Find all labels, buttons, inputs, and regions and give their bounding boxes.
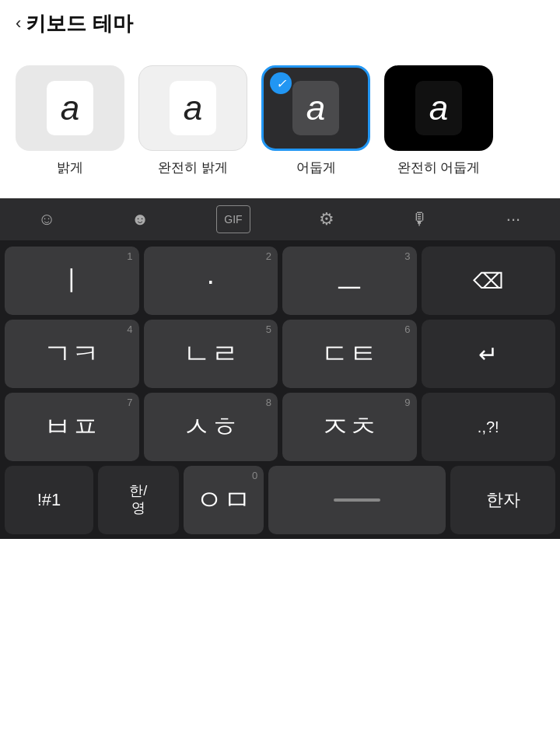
key-dash[interactable]: 3 ㅡ	[282, 247, 417, 315]
key-enter[interactable]: ↵	[422, 320, 556, 388]
key-ss-label: ㅅㅎ	[183, 408, 239, 446]
key-hanja[interactable]: 한자	[450, 466, 555, 534]
key-row-1: 1 ㅣ 2 · 3 ㅡ ⌫	[5, 247, 555, 315]
key-bp-label: ㅂㅍ	[44, 408, 100, 446]
key-vowel-label: ㅇㅁ	[195, 481, 251, 519]
delete-icon: ⌫	[473, 268, 504, 294]
keys-area: 1 ㅣ 2 · 3 ㅡ ⌫ 4 ㄱㅋ 5 ㄴㄹ	[0, 240, 560, 539]
enter-icon: ↵	[478, 341, 498, 368]
key-dot-label: ·	[207, 264, 215, 297]
space-icon	[334, 498, 380, 502]
theme-key-light: a	[47, 81, 93, 135]
emoji-icon[interactable]: ☺	[30, 205, 64, 233]
theme-preview-dark: ✓ a	[261, 65, 370, 151]
key-de[interactable]: 6 ㄷㅌ	[282, 320, 417, 388]
key-zch-num: 9	[404, 397, 410, 408]
key-pipe-num: 1	[127, 250, 132, 262]
theme-dark[interactable]: ✓ a 어둡게	[261, 65, 370, 177]
more-icon[interactable]: ···	[496, 205, 530, 233]
key-gk-num: 4	[127, 324, 132, 335]
key-sym[interactable]: !#1	[5, 466, 93, 534]
key-dash-label: ㅡ	[335, 262, 363, 300]
theme-full-dark[interactable]: a 완전히 어둡게	[384, 65, 493, 177]
key-nr-label: ㄴㄹ	[183, 335, 239, 373]
theme-key-full-light: a	[170, 81, 216, 135]
theme-light[interactable]: a 밝게	[16, 65, 124, 177]
key-delete[interactable]: ⌫	[422, 247, 556, 315]
key-dot[interactable]: 2 ·	[144, 247, 278, 315]
gif-icon[interactable]: GIF	[216, 205, 250, 233]
key-nr-num: 5	[266, 324, 271, 335]
voice-icon[interactable]: 🎙	[403, 205, 437, 233]
theme-key-dark: a	[292, 81, 339, 135]
key-vowel[interactable]: 0 ㅇㅁ	[184, 466, 264, 534]
theme-label-dark: 어둡게	[296, 159, 336, 177]
key-de-label: ㄷㅌ	[321, 335, 377, 373]
key-sym-label: !#1	[37, 490, 61, 510]
key-gk-label: ㄱㅋ	[44, 335, 100, 373]
settings-icon[interactable]: ⚙	[310, 205, 344, 233]
key-vowel-num: 0	[252, 470, 257, 481]
key-dash-num: 3	[404, 250, 410, 262]
theme-preview-full-light: a	[138, 65, 247, 151]
page-title: 키보드 테마	[26, 10, 132, 37]
key-row-3: 7 ㅂㅍ 8 ㅅㅎ 9 ㅈㅊ .,?!	[5, 393, 555, 461]
key-row-2: 4 ㄱㅋ 5 ㄴㄹ 6 ㄷㅌ ↵	[5, 320, 555, 388]
key-dot-num: 2	[266, 250, 271, 262]
theme-selector: a 밝게 a 완전히 밝게 ✓ a 어둡게 a 완전히 어둡게	[0, 47, 560, 198]
theme-key-full-dark: a	[415, 81, 462, 135]
key-row-4: !#1 한/영 0 ㅇㅁ 한자	[5, 466, 555, 534]
theme-preview-full-dark: a	[384, 65, 493, 151]
key-pipe[interactable]: 1 ㅣ	[5, 247, 139, 315]
key-bp[interactable]: 7 ㅂㅍ	[5, 393, 139, 461]
keyboard-area: ☺ ☻ GIF ⚙ 🎙 ··· 1 ㅣ 2 · 3 ㅡ ⌫	[0, 198, 560, 539]
key-gk[interactable]: 4 ㄱㅋ	[5, 320, 139, 388]
key-zch-label: ㅈㅊ	[321, 408, 377, 446]
key-bp-num: 7	[127, 397, 132, 408]
key-de-num: 6	[404, 324, 410, 335]
key-nr[interactable]: 5 ㄴㄹ	[144, 320, 278, 388]
theme-full-light[interactable]: a 완전히 밝게	[138, 65, 247, 177]
key-punct[interactable]: .,?!	[422, 393, 556, 461]
header: ‹ 키보드 테마	[0, 0, 560, 47]
selected-check-icon: ✓	[270, 72, 292, 94]
key-space[interactable]	[268, 466, 446, 534]
keyboard-toolbar: ☺ ☻ GIF ⚙ 🎙 ···	[0, 198, 560, 240]
key-hanja-label: 한자	[486, 488, 520, 512]
key-lang-label: 한/영	[129, 483, 147, 516]
back-button[interactable]: ‹	[16, 13, 21, 33]
theme-label-full-light: 완전히 밝게	[158, 159, 228, 177]
key-ss-num: 8	[266, 397, 271, 408]
theme-preview-light: a	[16, 65, 124, 151]
key-pipe-label: ㅣ	[58, 262, 86, 300]
back-icon: ‹	[16, 13, 21, 33]
theme-label-light: 밝게	[57, 159, 83, 177]
key-lang[interactable]: 한/영	[98, 466, 179, 534]
key-ss[interactable]: 8 ㅅㅎ	[144, 393, 278, 461]
key-punct-label: .,?!	[478, 418, 499, 436]
sticker-icon[interactable]: ☻	[123, 205, 157, 233]
key-zch[interactable]: 9 ㅈㅊ	[282, 393, 417, 461]
theme-label-full-dark: 완전히 어둡게	[397, 159, 481, 177]
